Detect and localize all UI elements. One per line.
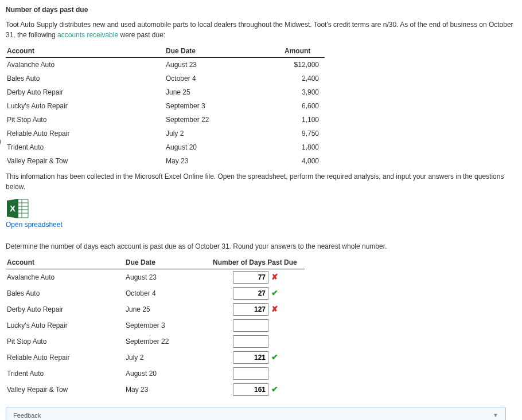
cell-amount: $12,000	[283, 58, 325, 72]
cell-answer	[212, 333, 305, 350]
days-past-due-input[interactable]	[233, 367, 268, 380]
cell-account: Avalanche Auto	[6, 58, 165, 72]
cell-due-date: August 20	[124, 366, 212, 382]
answer-instruction: Determine the number of days each accoun…	[6, 242, 516, 250]
receivables-table: Account Due Date Amount Avalanche AutoAu…	[6, 45, 325, 168]
cell-account: Derby Auto Repair	[6, 301, 124, 317]
table-row: Pit Stop AutoSeptember 22	[6, 333, 305, 350]
cross-icon: ✘	[271, 304, 279, 313]
cell-account: Lucky's Auto Repair	[6, 99, 165, 113]
cell-answer	[212, 317, 305, 333]
intro-text-post: were past due:	[118, 31, 165, 39]
cell-account: Valley Repair & Tow	[6, 382, 124, 398]
cell-amount: 9,750	[283, 127, 325, 140]
cell-due-date: July 2	[124, 350, 212, 366]
table-row: Derby Auto RepairJune 25✘	[6, 301, 305, 317]
cell-account: Reliable Auto Repair	[6, 350, 124, 366]
excel-icon: X	[6, 198, 30, 219]
table-row: Bales AutoOctober 42,400	[6, 72, 325, 85]
cell-account: Bales Auto	[6, 285, 124, 301]
cell-due-date: May 23	[165, 154, 283, 168]
cell-due-date: August 23	[124, 269, 212, 286]
cell-answer: ✔	[212, 382, 305, 398]
th-due-date: Due Date	[165, 45, 283, 58]
svg-text:X: X	[10, 203, 15, 213]
table-row: Valley Repair & TowMay 23✔	[6, 382, 305, 398]
th2-due-date: Due Date	[124, 256, 212, 269]
cell-answer: ✘	[212, 269, 305, 286]
check-icon: ✔	[271, 352, 279, 362]
cross-icon: ✘	[271, 272, 279, 281]
cell-account: Pit Stop Auto	[6, 333, 124, 350]
table-row: Valley Repair & TowMay 234,000	[6, 154, 325, 168]
days-past-due-input[interactable]	[233, 303, 268, 316]
cell-due-date: October 4	[165, 72, 283, 85]
chevron-down-icon: ▼	[493, 412, 498, 418]
excel-instruction-text: This information has been collected in t…	[6, 171, 516, 192]
cell-due-date: July 2	[165, 127, 283, 140]
th2-account: Account	[6, 256, 124, 269]
days-past-due-input[interactable]	[233, 287, 268, 300]
cell-answer	[212, 366, 305, 382]
cell-due-date: October 4	[124, 285, 212, 301]
cell-due-date: August 20	[165, 140, 283, 154]
intro-paragraph: Toot Auto Supply distributes new and use…	[6, 19, 516, 40]
th-account: Account	[6, 45, 165, 58]
days-past-due-input[interactable]	[233, 383, 268, 396]
open-spreadsheet-link[interactable]: Open spreadsheet	[6, 221, 63, 229]
cell-account: Lucky's Auto Repair	[6, 317, 124, 333]
cell-due-date: September 22	[165, 113, 283, 127]
cell-account: Valley Repair & Tow	[6, 154, 165, 168]
th-amount: Amount	[283, 45, 325, 58]
table-row: Bales AutoOctober 4✔	[6, 285, 305, 301]
accounts-receivable-link[interactable]: accounts receivable	[57, 31, 118, 39]
cell-account: Bales Auto	[6, 72, 165, 85]
feedback-label: Feedback	[13, 412, 41, 419]
cell-due-date: September 3	[165, 99, 283, 113]
table-row: Reliable Auto RepairJuly 2✔	[6, 350, 305, 366]
table-row: Pit Stop AutoSeptember 221,100	[6, 113, 325, 127]
table-row: Avalanche AutoAugust 23✘	[6, 269, 305, 286]
table-row: Avalanche AutoAugust 23$12,000	[6, 58, 325, 72]
cell-due-date: September 22	[124, 333, 212, 350]
answer-table: Account Due Date Number of Days Past Due…	[6, 256, 305, 398]
days-past-due-input[interactable]	[233, 271, 268, 284]
cell-answer: ✘	[212, 301, 305, 317]
decorative-paren: )	[0, 135, 1, 147]
cell-answer: ✔	[212, 350, 305, 366]
cell-amount: 1,100	[283, 113, 325, 127]
table-row: Derby Auto RepairJune 253,900	[6, 85, 325, 99]
cell-account: Pit Stop Auto	[6, 113, 165, 127]
feedback-header[interactable]: Feedback ▼	[6, 407, 505, 420]
feedback-panel: Feedback ▼ ▼Check My Work Do not include…	[6, 407, 506, 420]
days-past-due-input[interactable]	[233, 335, 268, 348]
page-title: Number of days past due	[6, 6, 516, 14]
cell-due-date: August 23	[165, 58, 283, 72]
cell-answer: ✔	[212, 285, 305, 301]
days-past-due-input[interactable]	[233, 351, 268, 364]
table-row: Lucky's Auto RepairSeptember 36,600	[6, 99, 325, 113]
th2-days-past-due: Number of Days Past Due	[212, 256, 305, 269]
cell-amount: 3,900	[283, 85, 325, 99]
table-row: Reliable Auto RepairJuly 29,750	[6, 127, 325, 140]
table-row: Lucky's Auto RepairSeptember 3	[6, 317, 305, 333]
check-icon: ✔	[271, 288, 279, 297]
cell-due-date: June 25	[165, 85, 283, 99]
table-row: Trident AutoAugust 201,800	[6, 140, 325, 154]
cell-account: Avalanche Auto	[6, 269, 124, 286]
cell-account: Derby Auto Repair	[6, 85, 165, 99]
cell-account: Reliable Auto Repair	[6, 127, 165, 140]
days-past-due-input[interactable]	[233, 319, 268, 332]
cell-amount: 2,400	[283, 72, 325, 85]
cell-due-date: June 25	[124, 301, 212, 317]
cell-due-date: September 3	[124, 317, 212, 333]
table-row: Trident AutoAugust 20	[6, 366, 305, 382]
cell-account: Trident Auto	[6, 140, 165, 154]
cell-amount: 1,800	[283, 140, 325, 154]
check-icon: ✔	[271, 384, 279, 394]
cell-amount: 4,000	[283, 154, 325, 168]
cell-amount: 6,600	[283, 99, 325, 113]
cell-account: Trident Auto	[6, 366, 124, 382]
cell-due-date: May 23	[124, 382, 212, 398]
